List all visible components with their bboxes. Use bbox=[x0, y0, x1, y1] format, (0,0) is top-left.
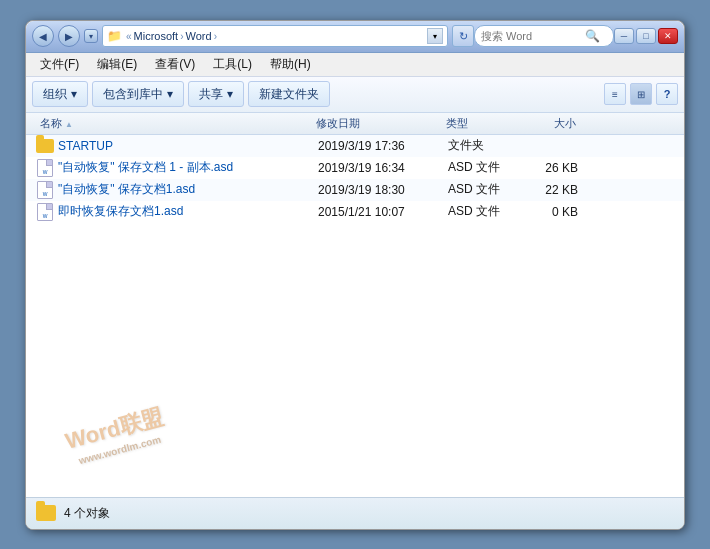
file-list: Word联盟 www.wordlm.com STARTUP 2019/3/19 … bbox=[26, 135, 684, 497]
file-size: 22 KB bbox=[528, 183, 588, 197]
status-bar: 4 个对象 bbox=[26, 497, 684, 529]
col-header-name[interactable]: 名称 ▲ bbox=[36, 116, 316, 131]
folder-icon bbox=[36, 139, 54, 153]
file-icon-cell: W bbox=[36, 203, 54, 221]
watermark: Word联盟 www.wordlm.com bbox=[62, 403, 169, 469]
share-label: 共享 bbox=[199, 86, 223, 103]
file-name: "自动恢复" 保存文档 1 - 副本.asd bbox=[58, 159, 318, 176]
view-list-button[interactable]: ≡ bbox=[604, 83, 626, 105]
organize-button[interactable]: 组织 bbox=[32, 81, 88, 107]
file-name: STARTUP bbox=[58, 139, 318, 153]
file-date: 2015/1/21 10:07 bbox=[318, 205, 448, 219]
organize-label: 组织 bbox=[43, 86, 67, 103]
asd-file-icon: W bbox=[37, 181, 53, 199]
back-button[interactable]: ◀ bbox=[32, 25, 54, 47]
share-chevron bbox=[227, 87, 233, 101]
toolbar: 组织 包含到库中 共享 新建文件夹 ≡ ⊞ ? bbox=[26, 77, 684, 113]
breadcrumb: « Microsoft › Word › bbox=[126, 30, 217, 42]
window-controls: ─ □ ✕ bbox=[614, 28, 678, 44]
menu-view[interactable]: 查看(V) bbox=[147, 54, 203, 75]
col-header-date[interactable]: 修改日期 bbox=[316, 116, 446, 131]
file-type: ASD 文件 bbox=[448, 203, 528, 220]
explorer-window: ◀ ▶ ▾ 📁 « Microsoft › Word › ▾ ↻ 🔍 ─ □ ✕ bbox=[25, 20, 685, 530]
file-icon-cell: W bbox=[36, 181, 54, 199]
table-row[interactable]: W "自动恢复" 保存文档 1 - 副本.asd 2019/3/19 16:34… bbox=[26, 157, 684, 179]
search-input[interactable] bbox=[481, 30, 581, 42]
title-bar: ◀ ▶ ▾ 📁 « Microsoft › Word › ▾ ↻ 🔍 ─ □ ✕ bbox=[26, 21, 684, 53]
minimize-button[interactable]: ─ bbox=[614, 28, 634, 44]
include-library-label: 包含到库中 bbox=[103, 86, 163, 103]
asd-file-icon: W bbox=[37, 159, 53, 177]
status-count: 4 个对象 bbox=[64, 505, 110, 522]
include-library-chevron bbox=[167, 87, 173, 101]
new-folder-button[interactable]: 新建文件夹 bbox=[248, 81, 330, 107]
file-size: 0 KB bbox=[528, 205, 588, 219]
file-date: 2019/3/19 17:36 bbox=[318, 139, 448, 153]
file-icon-cell bbox=[36, 137, 54, 155]
refresh-button[interactable]: ↻ bbox=[452, 25, 474, 47]
file-date: 2019/3/19 16:34 bbox=[318, 161, 448, 175]
organize-chevron bbox=[71, 87, 77, 101]
maximize-button[interactable]: □ bbox=[636, 28, 656, 44]
breadcrumb-part2: Word bbox=[186, 30, 212, 42]
file-type: ASD 文件 bbox=[448, 181, 528, 198]
toolbar-right: ≡ ⊞ ? bbox=[604, 83, 678, 105]
file-name: "自动恢复" 保存文档1.asd bbox=[58, 181, 318, 198]
file-size: 26 KB bbox=[528, 161, 588, 175]
breadcrumb-arrow1: › bbox=[180, 31, 183, 42]
col-header-type[interactable]: 类型 bbox=[446, 116, 526, 131]
col-header-size[interactable]: 大小 bbox=[526, 116, 586, 131]
include-library-button[interactable]: 包含到库中 bbox=[92, 81, 184, 107]
nav-dropdown-button[interactable]: ▾ bbox=[84, 29, 98, 43]
menu-help[interactable]: 帮助(H) bbox=[262, 54, 319, 75]
view-details-button[interactable]: ⊞ bbox=[630, 83, 652, 105]
close-button[interactable]: ✕ bbox=[658, 28, 678, 44]
breadcrumb-arrow2: › bbox=[214, 31, 217, 42]
address-bar[interactable]: 📁 « Microsoft › Word › ▾ bbox=[102, 25, 448, 47]
address-dropdown-button[interactable]: ▾ bbox=[427, 28, 443, 44]
table-row[interactable]: STARTUP 2019/3/19 17:36 文件夹 bbox=[26, 135, 684, 157]
table-row[interactable]: W "自动恢复" 保存文档1.asd 2019/3/19 18:30 ASD 文… bbox=[26, 179, 684, 201]
file-icon-cell: W bbox=[36, 159, 54, 177]
new-folder-label: 新建文件夹 bbox=[259, 86, 319, 103]
nav-buttons: ◀ ▶ ▾ bbox=[32, 25, 98, 47]
file-type: ASD 文件 bbox=[448, 159, 528, 176]
table-row[interactable]: W 即时恢复保存文档1.asd 2015/1/21 10:07 ASD 文件 0… bbox=[26, 201, 684, 223]
breadcrumb-part1: Microsoft bbox=[134, 30, 179, 42]
menu-tools[interactable]: 工具(L) bbox=[205, 54, 260, 75]
share-button[interactable]: 共享 bbox=[188, 81, 244, 107]
file-date: 2019/3/19 18:30 bbox=[318, 183, 448, 197]
col-name-sort: ▲ bbox=[65, 120, 73, 129]
status-folder-icon bbox=[36, 505, 56, 521]
breadcrumb-sep1: « bbox=[126, 31, 132, 42]
menu-file[interactable]: 文件(F) bbox=[32, 54, 87, 75]
search-bar: 🔍 bbox=[474, 25, 614, 47]
address-library-icon: 📁 bbox=[107, 29, 122, 43]
menu-bar: 文件(F) 编辑(E) 查看(V) 工具(L) 帮助(H) bbox=[26, 53, 684, 77]
column-headers: 名称 ▲ 修改日期 类型 大小 bbox=[26, 113, 684, 135]
file-name: 即时恢复保存文档1.asd bbox=[58, 203, 318, 220]
menu-edit[interactable]: 编辑(E) bbox=[89, 54, 145, 75]
help-button[interactable]: ? bbox=[656, 83, 678, 105]
file-type: 文件夹 bbox=[448, 137, 528, 154]
forward-button[interactable]: ▶ bbox=[58, 25, 80, 47]
asd-file-icon: W bbox=[37, 203, 53, 221]
search-icon: 🔍 bbox=[585, 29, 600, 43]
